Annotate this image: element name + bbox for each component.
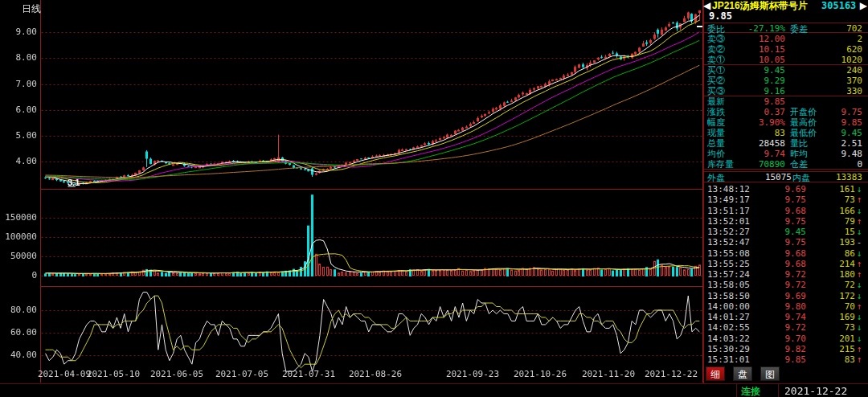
tick-volume: 15 xyxy=(845,227,855,237)
tick-price: 9.45 xyxy=(785,227,807,237)
tick-volume: 73 xyxy=(845,322,855,333)
tick-time: 14:02:55 xyxy=(707,322,750,333)
chart-pane[interactable]: 日线 3.1 9.008.007.006.005.004.00 15000010… xyxy=(0,0,707,383)
neipan-label: 内盘 xyxy=(792,172,810,184)
prev-stock-arrow-icon[interactable]: ◀ xyxy=(703,0,710,11)
tick-direction-down-icon: ↓ xyxy=(856,322,862,333)
current-price: 9.85 xyxy=(709,10,732,22)
tick-time: 13:52:27 xyxy=(707,227,750,237)
ask-volume: 1020 xyxy=(841,55,863,65)
stock-name: JP216汤姆斯杯带号片 xyxy=(712,0,808,11)
tick-list[interactable]: 13:48:129.69161↓13:49:179.7573↑13:51:179… xyxy=(704,184,868,366)
neipan-value: 13383 xyxy=(836,172,862,182)
date-axis-tick: 2021-11-20 xyxy=(575,369,642,379)
tick-row: 13:52:279.4515↓ xyxy=(704,227,868,237)
tick-time: 13:58:50 xyxy=(707,291,750,301)
tick-row: 13:55:259.68214↑ xyxy=(704,259,868,269)
bid-row[interactable]: 买②9.29370 xyxy=(704,76,868,86)
tick-row: 14:00:009.8070↑ xyxy=(704,301,868,312)
tick-row: 13:57:249.72180↑ xyxy=(704,269,868,280)
info-value-1: 3.90% xyxy=(759,117,785,128)
tick-time: 13:55:25 xyxy=(707,259,750,269)
info-label-1: 库存量 xyxy=(707,159,734,170)
tick-direction-down-icon: ↓ xyxy=(856,184,862,194)
tick-volume: 215 xyxy=(839,344,855,354)
info-label-2: 仓差 xyxy=(790,159,808,170)
indicator-axis-tick: 40.00 xyxy=(0,350,37,360)
bid-price: 9.45 xyxy=(764,65,786,76)
info-value-2: 9.75 xyxy=(841,107,863,117)
tick-price: 9.69 xyxy=(785,291,807,301)
tick-time: 15:31:01 xyxy=(707,354,750,365)
tick-row: 13:49:179.7573↑ xyxy=(704,194,868,205)
tick-volume: 161 xyxy=(839,184,855,194)
ask-price: 10.05 xyxy=(759,55,785,65)
tab-order-board[interactable]: 盘 xyxy=(733,366,752,381)
ask-book: 卖③12.002卖②10.15620卖①10.051020 xyxy=(704,34,868,65)
quote-info-row: 均价9.74昨均9.48 xyxy=(704,149,868,159)
kline-chart-canvas[interactable] xyxy=(0,0,707,383)
volume-axis-tick: 0 xyxy=(0,271,37,280)
next-stock-arrow-icon[interactable]: ▶ xyxy=(860,0,867,11)
tick-time: 13:48:12 xyxy=(707,184,750,194)
tick-time: 14:03:22 xyxy=(707,334,750,344)
bid-price: 9.29 xyxy=(764,76,786,86)
bid-volume: 330 xyxy=(846,86,862,96)
info-label-1: 总量 xyxy=(707,138,725,149)
ask-level-label: 卖① xyxy=(707,55,725,65)
info-value-1: 83 xyxy=(775,128,785,138)
tick-price: 9.69 xyxy=(785,184,807,194)
waipan-neipan-row: 外盘 15075 内盘 13383 xyxy=(704,171,868,182)
ask-row[interactable]: 卖③12.002 xyxy=(704,34,868,44)
bid-volume: 240 xyxy=(846,65,862,76)
quote-info-row: 现量83最低价9.45 xyxy=(704,128,868,138)
tick-time: 13:57:24 xyxy=(707,269,750,280)
ask-row[interactable]: 卖①10.051020 xyxy=(704,55,868,65)
tick-price: 9.68 xyxy=(785,248,807,259)
tick-direction-up-icon: ↑ xyxy=(856,301,862,312)
indicator-axis-tick: 60.00 xyxy=(0,328,37,338)
link-status: 连接 xyxy=(741,385,760,397)
bid-row[interactable]: 买③9.16330 xyxy=(704,86,868,96)
tick-direction-up-icon: ↑ xyxy=(856,216,862,227)
tick-direction-up-icon: ↑ xyxy=(856,259,862,269)
tick-price: 9.68 xyxy=(785,259,807,269)
info-value-2: 2.51 xyxy=(841,138,863,149)
tick-price: 9.72 xyxy=(785,269,807,280)
date-axis-tick: 2021-12-22 xyxy=(637,369,705,379)
tab-chart[interactable]: 图 xyxy=(760,366,780,381)
bid-volume: 370 xyxy=(846,76,862,86)
quote-panel: ◀ JP216汤姆斯杯带号片 305163 ▶ 9.85 委比 -27.19% … xyxy=(703,0,868,383)
quote-info: 最新9.85涨跌0.37开盘价9.75幅度3.90%最高价9.85现量83最低价… xyxy=(704,96,868,170)
stock-header: ◀ JP216汤姆斯杯带号片 305163 ▶ xyxy=(704,0,868,11)
tick-volume: 193 xyxy=(839,237,855,248)
tab-tick-detail[interactable]: 细 xyxy=(706,366,725,381)
ask-price: 10.15 xyxy=(759,44,785,55)
price-axis-tick: 7.00 xyxy=(0,80,37,89)
info-value-2: 0 xyxy=(857,159,862,170)
tick-row: 13:55:089.6886↓ xyxy=(704,248,868,259)
tick-price: 9.80 xyxy=(785,301,807,312)
info-value-2: 9.45 xyxy=(841,128,863,138)
ask-level-label: 卖③ xyxy=(707,34,725,44)
tick-time: 14:00:00 xyxy=(707,301,750,312)
ask-volume: 2 xyxy=(857,34,862,44)
date-axis-tick: 2021-09-23 xyxy=(439,369,506,379)
tick-time: 15:30:29 xyxy=(707,344,750,354)
period-label: 日线 xyxy=(22,2,41,16)
date-axis-tick: 2021-07-31 xyxy=(275,369,342,379)
info-label-2: 最低价 xyxy=(790,128,817,138)
price-axis-tick: 5.00 xyxy=(0,131,37,141)
bid-row[interactable]: 买①9.45240 xyxy=(704,65,868,76)
quote-info-row: 总量28458量比2.51 xyxy=(704,138,868,149)
tick-time: 13:52:47 xyxy=(707,237,750,248)
tick-row: 14:01:279.74169↓ xyxy=(704,312,868,322)
date-axis-tick: 2021-05-10 xyxy=(80,369,147,379)
volume-axis-tick: 100000 xyxy=(0,232,37,242)
tick-row: 13:52:019.7579↑ xyxy=(704,216,868,227)
tick-direction-down-icon: ↓ xyxy=(856,227,862,237)
ask-row[interactable]: 卖②10.15620 xyxy=(704,44,868,55)
date-axis-tick: 2021-07-05 xyxy=(208,369,276,379)
tick-direction-flat-icon: - xyxy=(856,237,862,248)
tick-direction-down-icon: ↓ xyxy=(856,291,862,301)
